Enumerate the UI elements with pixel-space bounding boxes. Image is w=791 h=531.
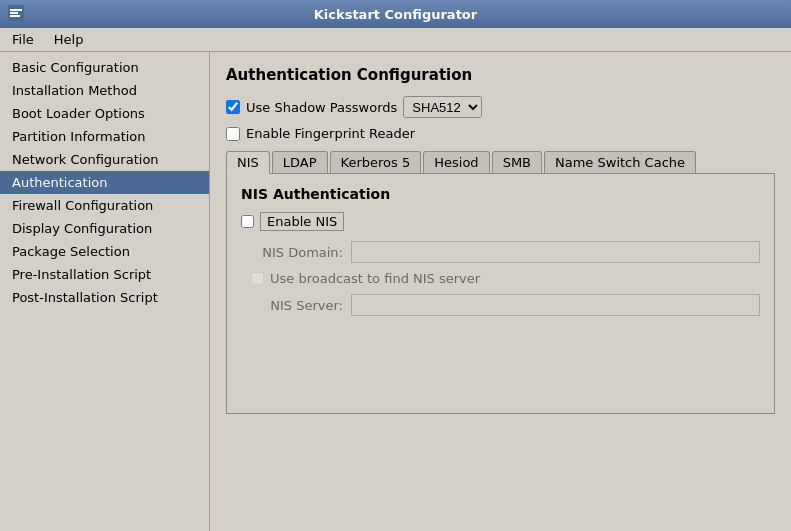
sidebar-item-basic-configuration[interactable]: Basic Configuration [0, 56, 209, 79]
shadow-passwords-checkbox[interactable] [226, 100, 240, 114]
sidebar-item-firewall-configuration[interactable]: Firewall Configuration [0, 194, 209, 217]
page-title: Authentication Configuration [226, 66, 775, 84]
content-area: Authentication Configuration Use Shadow … [210, 52, 791, 531]
broadcast-label: Use broadcast to find NIS server [270, 271, 480, 286]
broadcast-row: Use broadcast to find NIS server [241, 271, 760, 286]
tab-content-nis: NIS Authentication Enable NIS NIS Domain… [226, 174, 775, 414]
sidebar-item-boot-loader-options[interactable]: Boot Loader Options [0, 102, 209, 125]
nis-domain-row: NIS Domain: [241, 241, 760, 263]
titlebar: Kickstart Configurator [0, 0, 791, 28]
fingerprint-row: Enable Fingerprint Reader [226, 126, 775, 141]
nis-domain-input[interactable] [351, 241, 760, 263]
tab-nis[interactable]: NIS [226, 151, 270, 174]
sidebar-item-display-configuration[interactable]: Display Configuration [0, 217, 209, 240]
sidebar-item-post-installation-script[interactable]: Post-Installation Script [0, 286, 209, 309]
fingerprint-label: Enable Fingerprint Reader [246, 126, 415, 141]
enable-nis-row: Enable NIS [241, 212, 760, 231]
titlebar-text: Kickstart Configurator [314, 7, 477, 22]
menubar: File Help [0, 28, 791, 52]
tab-hesiod[interactable]: Hesiod [423, 151, 489, 173]
nis-domain-label: NIS Domain: [241, 245, 351, 260]
sidebar-item-pre-installation-script[interactable]: Pre-Installation Script [0, 263, 209, 286]
sidebar-item-installation-method[interactable]: Installation Method [0, 79, 209, 102]
menu-help[interactable]: Help [46, 30, 92, 49]
tab-name-switch-cache[interactable]: Name Switch Cache [544, 151, 696, 173]
sidebar-item-network-configuration[interactable]: Network Configuration [0, 148, 209, 171]
main-layout: Basic Configuration Installation Method … [0, 52, 791, 531]
tabs-container: NIS LDAP Kerberos 5 Hesiod SMB Name Swit… [226, 151, 775, 414]
svg-rect-2 [10, 12, 18, 14]
nis-section-title: NIS Authentication [241, 186, 760, 202]
enable-nis-checkbox[interactable] [241, 215, 254, 228]
nis-server-input[interactable] [351, 294, 760, 316]
sidebar-item-authentication[interactable]: Authentication [0, 171, 209, 194]
sidebar-item-package-selection[interactable]: Package Selection [0, 240, 209, 263]
tab-smb[interactable]: SMB [492, 151, 542, 173]
tab-kerberos5[interactable]: Kerberos 5 [330, 151, 422, 173]
enable-nis-label: Enable NIS [260, 212, 344, 231]
sha-select[interactable]: SHA512 SHA256 MD5 [403, 96, 482, 118]
broadcast-checkbox[interactable] [251, 272, 264, 285]
nis-server-label: NIS Server: [241, 298, 351, 313]
menu-file[interactable]: File [4, 30, 42, 49]
sidebar: Basic Configuration Installation Method … [0, 52, 210, 531]
svg-rect-1 [10, 9, 22, 11]
shadow-passwords-row: Use Shadow Passwords SHA512 SHA256 MD5 [226, 96, 775, 118]
tabs-header: NIS LDAP Kerberos 5 Hesiod SMB Name Swit… [226, 151, 775, 174]
app-icon [8, 5, 24, 24]
svg-rect-3 [10, 15, 20, 17]
nis-server-row: NIS Server: [241, 294, 760, 316]
sidebar-item-partition-information[interactable]: Partition Information [0, 125, 209, 148]
fingerprint-checkbox[interactable] [226, 127, 240, 141]
shadow-passwords-label: Use Shadow Passwords [246, 100, 397, 115]
tab-ldap[interactable]: LDAP [272, 151, 328, 173]
